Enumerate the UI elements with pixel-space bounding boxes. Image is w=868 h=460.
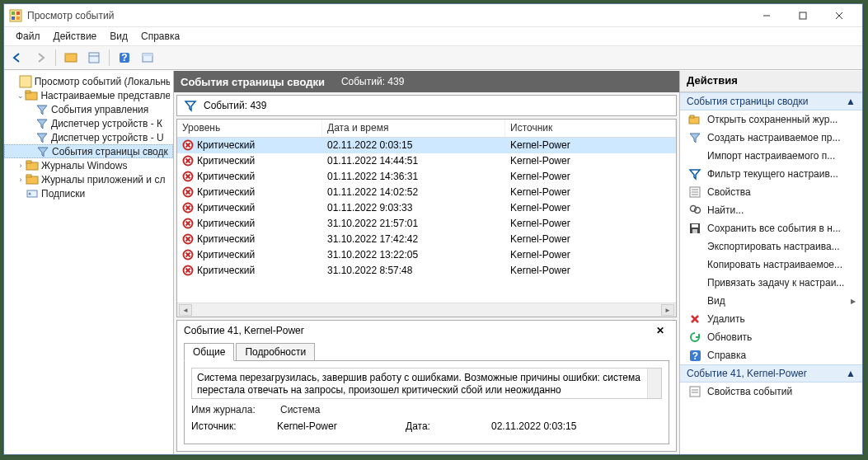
actions-group2-header[interactable]: Событие 41, Kernel-Power ▲ — [680, 364, 862, 383]
event-row[interactable]: Критический31.10.2022 21:57:01Kernel-Pow… — [177, 216, 676, 232]
action-item[interactable]: Найти... — [680, 201, 862, 219]
action-icon — [688, 149, 701, 162]
action-item[interactable]: Фильтр текущего настраив... — [680, 165, 862, 183]
source-label: Источник: — [191, 420, 267, 432]
close-button[interactable] — [821, 5, 857, 26]
actions-pane: Действия События страницы сводки ▲ Откры… — [679, 71, 862, 454]
chevron-right-icon: ▶ — [851, 298, 856, 305]
col-source[interactable]: Источник — [505, 120, 676, 137]
detail-title: Событие 41, Kernel-Power — [184, 325, 304, 338]
event-row[interactable]: Критический31.10.2022 8:57:48Kernel-Powe… — [177, 263, 676, 279]
action-item[interactable]: Обновить — [680, 328, 862, 346]
action-item[interactable]: Копировать настраиваемое... — [680, 256, 862, 274]
detail-close-button[interactable]: ✕ — [656, 325, 669, 338]
tree-item-summary-events[interactable]: События страницы сводк — [4, 144, 173, 158]
action-item[interactable]: Удалить — [680, 310, 862, 328]
event-detail-panel: Событие 41, Kernel-Power ✕ Общие Подробн… — [176, 320, 677, 452]
tree-item-device-k[interactable]: Диспетчер устройств - К — [4, 116, 173, 130]
horizontal-scrollbar[interactable]: ◄ ► — [177, 303, 676, 317]
action-item[interactable]: Привязать задачу к настраи... — [680, 274, 862, 292]
action-icon — [688, 131, 701, 144]
refresh-view-button[interactable] — [138, 48, 157, 68]
col-date[interactable]: Дата и время — [322, 120, 505, 137]
collapse-icon: ▲ — [846, 96, 856, 107]
tree-subscriptions[interactable]: Подписки — [4, 186, 173, 200]
list-body[interactable]: Критический02.11.2022 0:03:15Kernel-Powe… — [177, 138, 676, 303]
minimize-button[interactable] — [748, 5, 785, 26]
list-header: Уровень Дата и время Источник — [177, 120, 676, 138]
tab-details[interactable]: Подробности — [236, 343, 315, 361]
action-item[interactable]: Свойства событий — [680, 383, 862, 401]
actions-group1-header[interactable]: События страницы сводки ▲ — [680, 92, 862, 110]
actions-header: Действия — [680, 71, 862, 92]
event-row[interactable]: Критический01.11.2022 14:02:52Kernel-Pow… — [177, 185, 676, 200]
event-row[interactable]: Критический31.10.2022 13:22:05Kernel-Pow… — [177, 247, 676, 263]
menubar: Файл Действие Вид Справка — [4, 27, 862, 45]
tree-custom-views[interactable]: ⌄ Настраиваемые представлен — [4, 88, 173, 102]
tree-app-logs[interactable]: › Журналы приложений и сл — [4, 172, 173, 186]
event-row[interactable]: Критический31.10.2022 17:42:42Kernel-Pow… — [177, 232, 676, 247]
action-icon — [688, 185, 701, 199]
tree-item-device-u[interactable]: Диспетчер устройств - U — [4, 130, 173, 144]
show-tree-button[interactable] — [61, 48, 81, 68]
col-level[interactable]: Уровень — [177, 120, 322, 137]
action-item[interactable]: ?Справка — [680, 346, 862, 364]
nav-forward-button[interactable] — [30, 48, 50, 68]
svg-rect-21 — [26, 161, 31, 163]
date-label: Дата: — [406, 420, 481, 432]
critical-icon — [182, 218, 194, 229]
folder-icon — [26, 159, 39, 172]
critical-icon — [182, 202, 194, 214]
critical-icon — [182, 139, 194, 151]
critical-icon — [182, 186, 194, 198]
tab-content: Система перезагрузилась, завершив работу… — [184, 360, 669, 444]
menu-action[interactable]: Действие — [47, 29, 104, 44]
detail-tabs: Общие Подробности — [177, 342, 676, 360]
svg-rect-23 — [26, 175, 31, 177]
event-message: Система перезагрузилась, завершив работу… — [191, 368, 662, 399]
maximize-button[interactable] — [785, 5, 821, 26]
tree-windows-logs[interactable]: › Журналы Windows — [4, 158, 173, 172]
properties-button[interactable] — [84, 48, 104, 68]
filter-icon — [36, 145, 49, 158]
folder-icon — [26, 173, 39, 186]
action-item[interactable]: Создать настраиваемое пр... — [680, 129, 862, 147]
nav-back-button[interactable] — [7, 48, 27, 68]
event-list: Уровень Дата и время Источник Критически… — [176, 119, 677, 317]
action-item[interactable]: Свойства — [680, 183, 862, 201]
menu-view[interactable]: Вид — [103, 29, 134, 44]
help-button[interactable]: ? — [115, 48, 134, 68]
filter-icon — [35, 103, 49, 116]
event-row[interactable]: Критический01.11.2022 14:36:31Kernel-Pow… — [177, 169, 676, 185]
tree-item-admin-events[interactable]: События управления — [4, 102, 173, 116]
tab-general[interactable]: Общие — [184, 343, 234, 361]
action-icon — [688, 331, 701, 344]
source-value: Kernel-Power — [277, 420, 337, 432]
action-item[interactable]: Сохранить все события в н... — [680, 219, 862, 237]
action-item[interactable]: Экспортировать настраива... — [680, 237, 862, 256]
action-item[interactable]: Вид▶ — [680, 292, 862, 310]
toolbar: ? — [4, 45, 862, 70]
action-icon — [688, 113, 701, 126]
funnel-icon — [184, 99, 197, 112]
menu-file[interactable]: Файл — [9, 29, 47, 44]
menu-help[interactable]: Справка — [134, 29, 186, 44]
event-count: Событий: 439 — [341, 76, 404, 87]
event-viewer-icon — [19, 75, 32, 88]
event-row[interactable]: Критический01.11.2022 14:44:51Kernel-Pow… — [177, 153, 676, 169]
tree-root[interactable]: Просмотр событий (Локальны — [4, 74, 173, 88]
critical-icon — [182, 171, 194, 182]
event-row[interactable]: Критический02.11.2022 0:03:15Kernel-Powe… — [177, 138, 676, 153]
action-item[interactable]: Импорт настраиваемого п... — [680, 147, 862, 165]
action-item[interactable]: Открыть сохраненный жур... — [680, 110, 862, 129]
scroll-left-button[interactable]: ◄ — [179, 304, 192, 316]
filter-bar: Событий: 439 — [176, 95, 677, 116]
event-row[interactable]: Критический01.11.2022 9:03:33Kernel-Powe… — [177, 200, 676, 216]
message-scrollbar[interactable] — [647, 368, 661, 398]
filter-icon — [35, 117, 49, 130]
action-icon — [688, 222, 701, 235]
scroll-right-button[interactable]: ► — [661, 304, 674, 316]
action-icon — [688, 294, 701, 307]
svg-rect-1 — [12, 12, 15, 15]
critical-icon — [182, 249, 194, 261]
